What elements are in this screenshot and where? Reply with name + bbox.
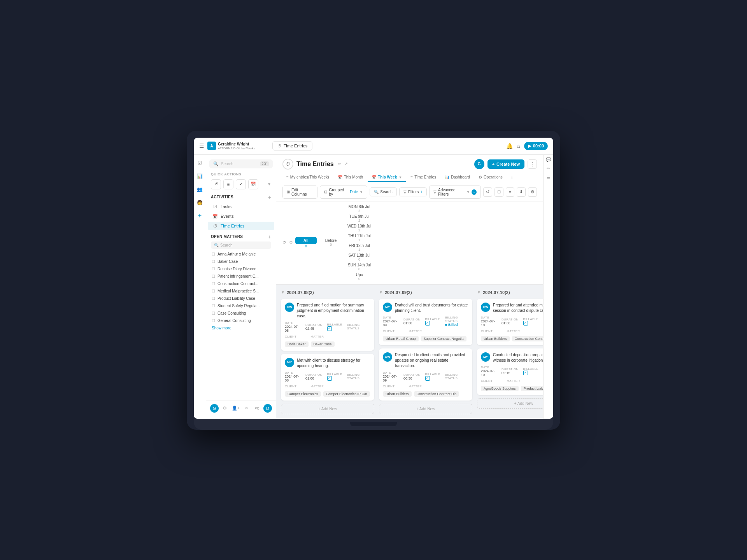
date-col[interactable]: Upc 0 bbox=[345, 272, 374, 282]
view-toggle-btn[interactable]: ⊟ bbox=[494, 187, 503, 197]
matters-add-btn[interactable]: + bbox=[268, 234, 271, 240]
layout-btn[interactable]: ≡ bbox=[506, 187, 515, 197]
tab-time-entries[interactable]: ≡ Time Entries bbox=[407, 173, 440, 182]
user-icon[interactable]: G bbox=[210, 404, 219, 413]
matters-search[interactable]: 🔍 Search bbox=[211, 242, 271, 249]
nav-icon-person[interactable]: 🧑 bbox=[195, 198, 205, 208]
nav-icon-chart[interactable]: 📊 bbox=[195, 171, 205, 181]
matter-tag[interactable]: Camper Electronics IP Car bbox=[323, 391, 370, 397]
close-icon[interactable]: ✕ bbox=[242, 404, 251, 413]
activities-add-btn[interactable]: + bbox=[268, 194, 271, 200]
show-more-btn[interactable]: Show more bbox=[211, 324, 271, 332]
billable-checkbox[interactable]: ✓ bbox=[327, 326, 332, 331]
gear-small-icon[interactable]: ⚙ bbox=[289, 240, 293, 245]
tab-operations[interactable]: ⚙ Operations bbox=[475, 173, 507, 182]
billable-checkbox[interactable]: ✓ bbox=[523, 321, 528, 326]
matter-item[interactable]: ☐Medical Malpractice S... bbox=[211, 287, 271, 295]
d-icon[interactable]: D bbox=[263, 404, 272, 413]
billable-checkbox[interactable]: ✓ bbox=[425, 376, 430, 381]
date-col[interactable]: THU 11th Jul1 bbox=[345, 233, 374, 243]
settings-icon[interactable]: ⚙ bbox=[221, 404, 229, 413]
sidebar-search[interactable]: 🔍 Search ⌘F bbox=[209, 159, 273, 168]
qa-icon-1[interactable]: ↺ bbox=[211, 179, 221, 189]
column-chevron-icon[interactable]: ▼ bbox=[477, 290, 481, 294]
client-tag[interactable]: AgroGoods Supplies bbox=[481, 386, 519, 391]
tab-this-week[interactable]: 📅 This Week ▼ bbox=[368, 173, 406, 182]
add-user-icon[interactable]: 👤+ bbox=[231, 404, 240, 413]
date-refresh-icon[interactable]: ↺ bbox=[282, 240, 286, 245]
matter-tag[interactable]: Construction Contract Dis bbox=[512, 336, 543, 341]
column-chevron-icon[interactable]: ▼ bbox=[281, 290, 285, 294]
date-col[interactable]: SAT 13th Jul0 bbox=[345, 252, 374, 262]
date-col[interactable]: SUN 14th Jul0 bbox=[345, 262, 374, 272]
date-col[interactable]: WED 10th Jul2 bbox=[345, 223, 374, 233]
add-new-btn[interactable]: + Add New bbox=[379, 404, 472, 414]
billable-checkbox[interactable]: ✓ bbox=[327, 376, 332, 381]
bell-icon[interactable]: 🔔 bbox=[506, 143, 513, 149]
date-before[interactable]: Before 0 bbox=[318, 238, 344, 247]
matter-item[interactable]: ☐General Consulting bbox=[211, 317, 271, 324]
matter-tag[interactable]: Construction Contract Dis bbox=[414, 391, 459, 397]
add-new-btn[interactable]: + Add New bbox=[477, 398, 543, 409]
client-tag[interactable]: Boris Baker bbox=[285, 341, 309, 347]
billable-checkbox[interactable]: ✓ bbox=[523, 371, 528, 375]
qa-icon-3[interactable]: ✓ bbox=[236, 179, 246, 189]
nav-icon-users[interactable]: 👥 bbox=[195, 184, 205, 194]
add-new-btn[interactable]: + Add New bbox=[281, 404, 374, 414]
pc-icon[interactable]: PC bbox=[253, 404, 261, 413]
matter-item[interactable]: ☐Anna Arthur x Melanie bbox=[211, 250, 271, 258]
matter-tag[interactable]: Product Liability Case bbox=[521, 386, 543, 391]
matters-list: ☐Anna Arthur x Melanie☐Baker Case☐Dennis… bbox=[211, 250, 271, 324]
nav-icon-plus[interactable]: + bbox=[195, 211, 205, 221]
refresh-icon-btn[interactable]: ↺ bbox=[483, 187, 492, 197]
all-date-filter[interactable]: All 8 bbox=[295, 237, 317, 248]
client-tag[interactable]: Urban Retail Group bbox=[383, 336, 419, 341]
more-options-btn[interactable]: ⋮ bbox=[528, 159, 537, 169]
matter-item[interactable]: ☐Product Liability Case bbox=[211, 295, 271, 302]
matter-item[interactable]: ☐Construction Contract... bbox=[211, 280, 271, 287]
qa-icon-4[interactable]: 📅 bbox=[248, 179, 258, 189]
expand-icon[interactable]: ⤢ bbox=[344, 161, 349, 167]
edit-icon[interactable]: ✏ bbox=[337, 161, 342, 167]
client-tag[interactable]: Urban Builders bbox=[383, 391, 412, 397]
client-tag[interactable]: Urban Builders bbox=[481, 336, 510, 341]
date-col[interactable]: TUE 9th Jul2 bbox=[345, 214, 374, 223]
matter-item[interactable]: ☐Case Consulting bbox=[211, 310, 271, 317]
advanced-filters-btn[interactable]: ▽ Advanced Filters ▼ 1 bbox=[429, 186, 481, 199]
settings-btn-2[interactable]: ⚙ bbox=[528, 187, 537, 197]
home-icon[interactable]: ⌂ bbox=[517, 143, 520, 149]
column-chevron-icon[interactable]: ▼ bbox=[379, 290, 383, 294]
client-tag[interactable]: Camper Electronics bbox=[285, 391, 321, 397]
tab-time-entries[interactable]: ⏱ Time Entries bbox=[272, 141, 312, 150]
timer-badge[interactable]: ▶ 00:00 bbox=[524, 142, 548, 150]
search-btn[interactable]: 🔍 Search bbox=[370, 187, 397, 196]
grouped-by-btn[interactable]: ⊟ Grouped by Date ▼ bbox=[320, 186, 367, 199]
create-new-button[interactable]: + Create New bbox=[487, 159, 524, 169]
download-btn[interactable]: ⬇ bbox=[517, 187, 526, 197]
lines-icon[interactable]: ☰ bbox=[547, 175, 551, 180]
matter-item[interactable]: ☐Baker Case bbox=[211, 258, 271, 265]
edit-columns-btn[interactable]: ⊞ Edit Columns bbox=[282, 186, 317, 199]
tab-my-entries[interactable]: ≡ My entries(This Week) bbox=[282, 173, 333, 182]
card-meta-date-row: DATE 2024-07-08 DURATION 01:00 BILLABLE … bbox=[285, 371, 370, 382]
tab-dashboard[interactable]: 📊 Dashboard bbox=[441, 173, 474, 182]
comment-icon[interactable]: 💬 bbox=[546, 157, 551, 162]
date-col[interactable]: MON 8th Jul2 bbox=[345, 204, 374, 214]
nav-icon-activities[interactable]: ☑ bbox=[195, 158, 205, 168]
tab-add-btn[interactable]: + bbox=[507, 173, 517, 183]
date-col[interactable]: FRI 12th Jul1 bbox=[345, 243, 374, 252]
matter-item[interactable]: ☐Student Safety Regula... bbox=[211, 302, 271, 310]
hamburger-icon[interactable]: ☰ bbox=[199, 143, 204, 149]
nav-events[interactable]: 📅 Events bbox=[208, 212, 274, 221]
qa-icon-2[interactable]: ≡ bbox=[223, 179, 233, 189]
matter-tag[interactable]: Baker Case bbox=[311, 341, 335, 347]
matter-tag[interactable]: Supplier Contract Negotia bbox=[421, 336, 466, 341]
filters-btn[interactable]: ▽ Filters + bbox=[399, 187, 427, 196]
tab-this-month[interactable]: 📅 This Month bbox=[334, 173, 367, 182]
billable-checkbox[interactable]: ✓ bbox=[425, 321, 430, 326]
matter-item[interactable]: ☐Patent Infringement C... bbox=[211, 273, 271, 280]
pencil-icon[interactable]: ✏ bbox=[547, 166, 550, 171]
nav-time-entries[interactable]: ⏱ Time Entries bbox=[208, 222, 274, 230]
matter-item[interactable]: ☐Dennise Diary Divorce bbox=[211, 265, 271, 273]
nav-tasks[interactable]: ☑ Tasks bbox=[208, 202, 274, 211]
